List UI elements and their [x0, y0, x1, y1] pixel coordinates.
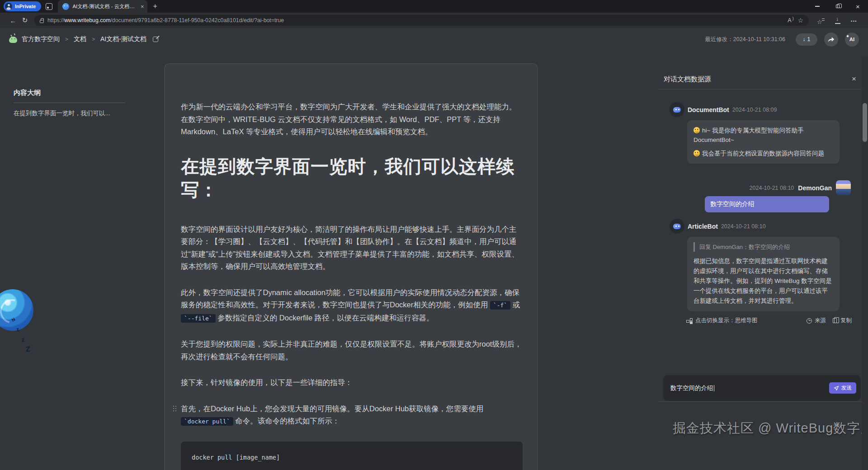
minimize-button[interactable]: [807, 0, 827, 13]
app-header: 官方数字空间 > 文档 > AI文档-测试文档 最近修改：2024-10-11 …: [0, 28, 868, 51]
close-window-button[interactable]: [848, 0, 868, 13]
breadcrumb-space[interactable]: 官方数字空间: [22, 35, 60, 43]
document-paper[interactable]: 作为新一代的云端办公和学习平台，数字空间为广大开发者、学生和企业提供了强大的文档…: [164, 63, 538, 470]
articlebot-avatar: [670, 219, 684, 234]
address-bar[interactable]: https://www.writebug.com/document/9791a6…: [34, 15, 809, 26]
bot-message-bubble: hi~ 我是你的专属大模型智能问答助手 DocumentBot~ 我会基于当前文…: [687, 120, 840, 164]
chat-messages: DocumentBot 2024-10-21 08:09 hi~ 我是你的专属大…: [658, 89, 868, 324]
chat-message-bot: ArticleBot 2024-10-21 08:10 回复 DemonGan：…: [670, 219, 852, 311]
message-author: DocumentBot: [688, 106, 729, 113]
chat-panel-header: 对话文档数据源: [658, 59, 868, 89]
bot-message-text: 根据已知信息，数字空间是指通过互联网技术构建的虚拟环境，用户可以在其中进行文档编…: [693, 256, 833, 306]
browser-menu-icon[interactable]: [851, 16, 857, 24]
doc-paragraph[interactable]: 此外，数字空间还提供了Dynamic allocation功能，它可以根据用户的…: [181, 287, 523, 325]
tab-close-icon[interactable]: [141, 2, 144, 10]
breadcrumb-doc-title[interactable]: AI文档-测试文档: [100, 35, 146, 43]
breadcrumb: 官方数字空间 > 文档 > AI文档-测试文档: [9, 35, 158, 43]
url-host: www.writebug.com: [64, 17, 111, 24]
doc-heading[interactable]: 在提到数字界面一览时，我们可以这样续写：: [181, 155, 523, 202]
doc-paragraph[interactable]: 接下来，针对镜像的使用，以下是一些详细的指导：: [181, 376, 523, 389]
source-button[interactable]: 来源: [807, 317, 826, 324]
panel-close-icon[interactable]: [852, 75, 856, 84]
inline-code: `--file`: [181, 314, 216, 323]
chat-panel-title: 对话文档数据源: [664, 75, 711, 84]
download-arrow-icon: [803, 36, 806, 42]
back-button[interactable]: [7, 17, 19, 24]
doc-paragraph[interactable]: 作为新一代的云端办公和学习平台，数字空间为广大开发者、学生和企业提供了强大的文档…: [181, 101, 523, 138]
ai-assistant-button[interactable]: AI: [845, 33, 859, 47]
outline-item[interactable]: 在提到数字界面一览时，我们可以...: [14, 109, 149, 118]
restore-button[interactable]: [827, 0, 848, 13]
breadcrumb-separator: >: [92, 36, 95, 42]
browser-toolbar: https://www.writebug.com/document/9791a6…: [0, 13, 868, 28]
share-arrow-icon: [828, 37, 835, 42]
mascot-letter: z: [21, 336, 25, 343]
tab-search-icon[interactable]: [46, 3, 52, 10]
bot-message-bubble: 回复 DemonGan：数字空间的介绍 根据已知信息，数字空间是指通过互联网技术…: [687, 237, 840, 311]
send-button[interactable]: 发送: [829, 382, 856, 394]
url-text: https://www.writebug.com/document/9791a6…: [47, 17, 284, 24]
mascot-ball-icon: [0, 289, 33, 331]
refresh-button[interactable]: [19, 16, 31, 24]
favorites-hub-icon[interactable]: [817, 17, 825, 24]
doc-paragraph[interactable]: 首先，在Docker Hub上，您会发现大量的可用镜像。要从Docker Hub…: [181, 403, 523, 428]
breadcrumb-docs[interactable]: 文档: [74, 35, 86, 43]
text-caret: [714, 385, 714, 391]
download-count-button[interactable]: 1: [796, 33, 817, 46]
smiley-emoji-icon: [693, 127, 700, 133]
document-content: 作为新一代的云端办公和学习平台，数字空间为广大开发者、学生和企业提供了强大的文档…: [165, 64, 538, 470]
restore-icon: [836, 5, 840, 8]
lock-icon: [40, 20, 44, 23]
writebug-favicon-icon: [62, 3, 69, 10]
scrollbar-thumb[interactable]: [863, 103, 867, 142]
watermark: 掘金技术社区 @ WriteBug数字空间: [673, 419, 868, 437]
writebug-app: 官方数字空间 > 文档 > AI文档-测试文档 最近修改：2024-10-11 …: [0, 28, 868, 470]
chat-message-user: 2024-10-21 08:10 DemonGan 数字空间的介绍: [670, 180, 852, 212]
code-block[interactable]: docker pull [image_name]: [181, 442, 523, 470]
message-actions: 点击切换显示：思维导图 来源 复制: [686, 317, 852, 324]
mindmap-icon: [686, 318, 693, 324]
paper-plane-icon: [834, 385, 839, 391]
new-tab-button[interactable]: [153, 2, 157, 10]
chat-datasource-panel: 对话文档数据源 DocumentBot 2024-10-21 08:09 hi~…: [658, 59, 868, 470]
toggle-mindmap-button[interactable]: 点击切换显示：思维导图: [686, 317, 758, 324]
minimize-icon: [815, 6, 820, 6]
sleeping-mascot-icon: N z z Z: [0, 289, 55, 366]
profile-avatar-icon: [5, 3, 12, 10]
breadcrumb-separator: >: [65, 36, 68, 42]
favorite-star-icon[interactable]: [797, 16, 803, 24]
outline-sidebar: 内容大纲 在提到数字界面一览时，我们可以...: [0, 51, 163, 118]
monocle-emoji-icon: [693, 150, 700, 156]
doc-paragraph[interactable]: 关于您提到的权限问题，实际上并非真正的难题，仅仅是权限设置不足。将账户权限更改为…: [181, 338, 523, 363]
outline-title: 内容大纲: [14, 89, 125, 103]
inprivate-badge[interactable]: InPrivate: [4, 1, 41, 11]
message-time: 2024-10-21 08:09: [732, 107, 777, 113]
demongan-avatar: [836, 180, 851, 195]
rename-edit-icon[interactable]: [153, 37, 158, 42]
user-message-bubble: 数字空间的介绍: [705, 196, 829, 212]
ai-sparkle-icon: AI: [849, 37, 855, 42]
message-author: DemonGan: [798, 184, 832, 192]
inprivate-label: InPrivate: [15, 4, 36, 9]
mascot-letter: Z: [25, 345, 30, 354]
chat-message-bot: DocumentBot 2024-10-21 08:09 hi~ 我是你的专属大…: [670, 102, 852, 164]
inline-code: `-f`: [490, 301, 510, 310]
share-button[interactable]: [824, 33, 838, 47]
message-time: 2024-10-21 08:10: [750, 185, 794, 191]
space-android-icon: [9, 37, 17, 43]
chat-input[interactable]: 数字空间的介绍 发送: [663, 375, 861, 401]
inline-code: `docker pull`: [181, 417, 233, 426]
active-tab[interactable]: AI文档-测试文档 - 云文档频道 - 官: [58, 0, 147, 13]
chat-input-value: 数字空间的介绍: [670, 384, 713, 392]
page-scrollbar[interactable]: [862, 56, 868, 470]
read-aloud-icon[interactable]: [788, 17, 791, 24]
drag-handle-icon[interactable]: [173, 406, 177, 412]
panel-divider: [658, 401, 868, 402]
last-modified: 最近修改：2024-10-11 10:31:06: [705, 36, 785, 43]
doc-paragraph[interactable]: 数字空间的界面设计以用户友好为核心，简洁明了的操作布局让用户能够快速上手。主界面…: [181, 223, 523, 273]
tab-title: AI文档-测试文档 - 云文档频道 - 官: [72, 3, 137, 10]
downloads-icon[interactable]: [835, 17, 841, 24]
source-clock-icon: [807, 318, 812, 324]
browser-titlebar: InPrivate AI文档-测试文档 - 云文档频道 - 官: [0, 0, 868, 13]
copy-button[interactable]: 复制: [833, 317, 852, 324]
